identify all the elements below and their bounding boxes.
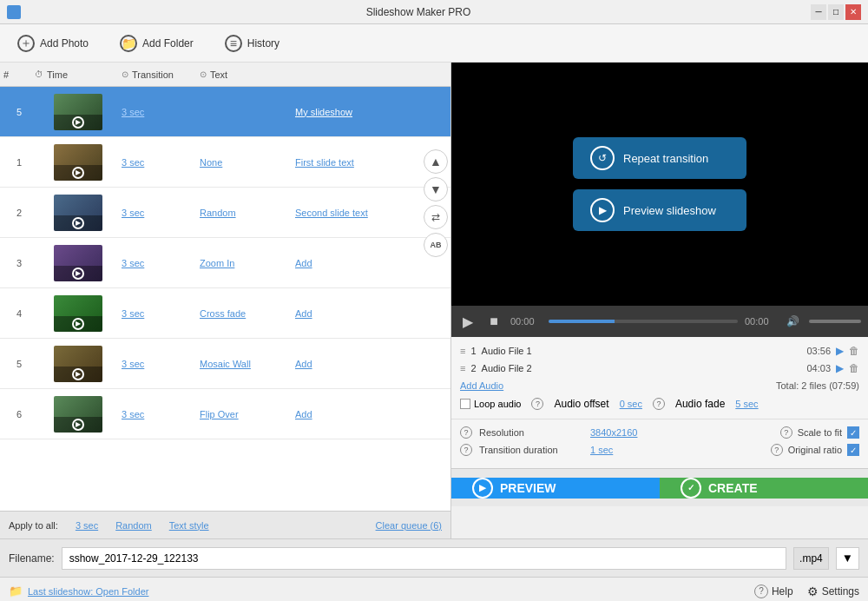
- row-transition[interactable]: Flip Over: [200, 409, 295, 419]
- add-photo-label: Add Photo: [40, 37, 89, 50]
- table-row[interactable]: 5 ▶ 3 sec Mosaic Wall Add 🗑: [0, 339, 450, 389]
- volume-slider[interactable]: [809, 320, 861, 323]
- settings-button[interactable]: ⚙ Settings: [807, 584, 859, 598]
- add-photo-button[interactable]: ＋ Add Photo: [10, 31, 95, 56]
- format-dropdown-button[interactable]: ▼: [836, 547, 859, 570]
- stop-button[interactable]: ■: [484, 312, 503, 331]
- apply-text-style[interactable]: Text style: [169, 520, 209, 531]
- scale-label: Scale to fit: [798, 427, 842, 438]
- repeat-icon: ↺: [590, 146, 615, 170]
- audio-delete-button[interactable]: 🗑: [849, 362, 859, 374]
- row-text[interactable]: My slideshow: [295, 107, 450, 117]
- row-transition[interactable]: Mosaic Wall: [200, 359, 295, 369]
- table-row[interactable]: 4 ▶ 3 sec Cross fade Add 🗑: [0, 288, 450, 339]
- row-text[interactable]: Add: [295, 409, 450, 419]
- thumb-image: ▶: [54, 144, 102, 181]
- row-time[interactable]: 3 sec: [122, 157, 200, 168]
- thumb-overlay: ▶: [54, 266, 102, 281]
- add-audio-button[interactable]: Add Audio: [460, 380, 503, 391]
- table-row[interactable]: 3 ▶ 3 sec Zoom In Add 🗑: [0, 238, 450, 288]
- thumb-overlay: ▶: [54, 115, 102, 130]
- audio-offset-value[interactable]: 0 sec: [620, 399, 642, 409]
- preview-play-icon: ▶: [472, 478, 493, 499]
- scale-checkbox[interactable]: ✓: [847, 426, 859, 439]
- row-transition[interactable]: Random: [200, 208, 295, 218]
- row-time[interactable]: 3 sec: [122, 359, 200, 369]
- table-header: # ⏱ Time ⊙ Transition ⊙ Text: [0, 63, 450, 87]
- repeat-transition-label: Repeat transition: [623, 152, 708, 165]
- thumb-overlay: ▶: [54, 367, 102, 382]
- audio-delete-button[interactable]: 🗑: [849, 345, 859, 357]
- help-icon[interactable]: ?: [460, 426, 472, 439]
- help-icon[interactable]: ?: [771, 444, 783, 456]
- close-button[interactable]: ✕: [845, 4, 861, 20]
- text-icon: ⊙: [200, 69, 207, 79]
- move-up-button[interactable]: ▲: [424, 149, 448, 174]
- repeat-transition-button[interactable]: ↺ Repeat transition: [573, 137, 746, 179]
- row-transition[interactable]: None: [200, 157, 295, 168]
- help-button[interactable]: ? Help: [754, 584, 793, 598]
- progress-bar[interactable]: [549, 320, 738, 323]
- apply-transition[interactable]: Random: [115, 520, 152, 531]
- clock-icon: ⏱: [35, 69, 43, 79]
- row-text[interactable]: Add: [295, 359, 450, 369]
- thumb-image: ▶: [54, 195, 102, 231]
- apply-label: Apply to all:: [9, 520, 58, 531]
- preview-slideshow-button[interactable]: ▶ Preview slideshow: [573, 189, 746, 231]
- clear-queue-button[interactable]: Clear queue (6): [376, 520, 442, 531]
- last-slideshow-text[interactable]: Last slideshow: Open Folder: [28, 586, 148, 597]
- transition-value[interactable]: 1 sec: [590, 445, 613, 455]
- slide-thumbnail: ▶: [35, 195, 122, 231]
- audio-filename: Audio File 2: [482, 363, 794, 373]
- apply-time[interactable]: 3 sec: [76, 520, 98, 531]
- thumb-image: ▶: [54, 245, 102, 281]
- slide-table: 5 ▶ 3 sec My slideshow 👁 1: [0, 87, 450, 511]
- row-transition[interactable]: Zoom In: [200, 258, 295, 268]
- audio-fade-value[interactable]: 5 sec: [735, 399, 758, 409]
- slide-thumbnail: ▶: [35, 295, 122, 332]
- row-text[interactable]: Add: [295, 308, 450, 319]
- help-icon[interactable]: ?: [780, 426, 792, 439]
- minimize-button[interactable]: ─: [811, 4, 826, 20]
- preview-button[interactable]: ▶ PREVIEW: [451, 478, 660, 499]
- table-row[interactable]: 2 ▶ 3 sec Random Second slide text 🗑: [0, 188, 450, 238]
- resolution-label: Resolution: [479, 427, 583, 438]
- table-row[interactable]: 6 ▶ 3 sec Flip Over Add 🗑: [0, 389, 450, 439]
- row-time[interactable]: 3 sec: [122, 308, 200, 319]
- help-icon[interactable]: ?: [653, 398, 665, 410]
- row-num: 4: [3, 308, 35, 319]
- help-icon[interactable]: ?: [531, 398, 543, 410]
- ratio-checkbox[interactable]: ✓: [847, 444, 859, 456]
- maximize-button[interactable]: □: [828, 4, 844, 20]
- row-transition[interactable]: Cross fade: [200, 308, 295, 319]
- folder-icon: 📁: [9, 584, 23, 598]
- volume-button[interactable]: 🔊: [783, 312, 802, 331]
- create-button[interactable]: ✓ CREATE: [660, 478, 868, 499]
- table-row[interactable]: 5 ▶ 3 sec My slideshow 👁: [0, 87, 450, 137]
- slide-thumbnail: ▶: [35, 94, 122, 130]
- resolution-value[interactable]: 3840x2160: [590, 427, 637, 438]
- row-time[interactable]: 3 sec: [122, 409, 200, 419]
- table-row[interactable]: 1 ▶ 3 sec None First slide text 🗑: [0, 137, 450, 188]
- loop-audio-checkbox[interactable]: Loop audio: [460, 399, 521, 409]
- filename-input[interactable]: [62, 547, 786, 570]
- row-time[interactable]: 3 sec: [122, 208, 200, 218]
- row-time[interactable]: 3 sec: [122, 107, 200, 117]
- left-panel: # ⏱ Time ⊙ Transition ⊙ Text 5: [0, 63, 451, 538]
- audio-play-button[interactable]: ▶: [836, 362, 844, 374]
- row-text[interactable]: Add: [295, 258, 450, 268]
- shuffle-button[interactable]: ⇄: [424, 205, 448, 229]
- row-time[interactable]: 3 sec: [122, 258, 200, 268]
- play-button[interactable]: ▶: [458, 312, 477, 331]
- add-folder-icon: 📁: [120, 35, 137, 52]
- move-down-button[interactable]: ▼: [424, 177, 448, 201]
- audio-play-button[interactable]: ▶: [836, 345, 844, 357]
- history-button[interactable]: ≡ History: [218, 31, 286, 56]
- add-folder-button[interactable]: 📁 Add Folder: [113, 31, 201, 56]
- ab-button[interactable]: AB: [424, 233, 448, 257]
- play-preview-icon: ▶: [590, 198, 615, 222]
- audio-filename: Audio File 1: [482, 346, 794, 356]
- play-icon: ▶: [72, 167, 84, 179]
- create-label: CREATE: [708, 481, 758, 495]
- help-icon[interactable]: ?: [460, 444, 472, 456]
